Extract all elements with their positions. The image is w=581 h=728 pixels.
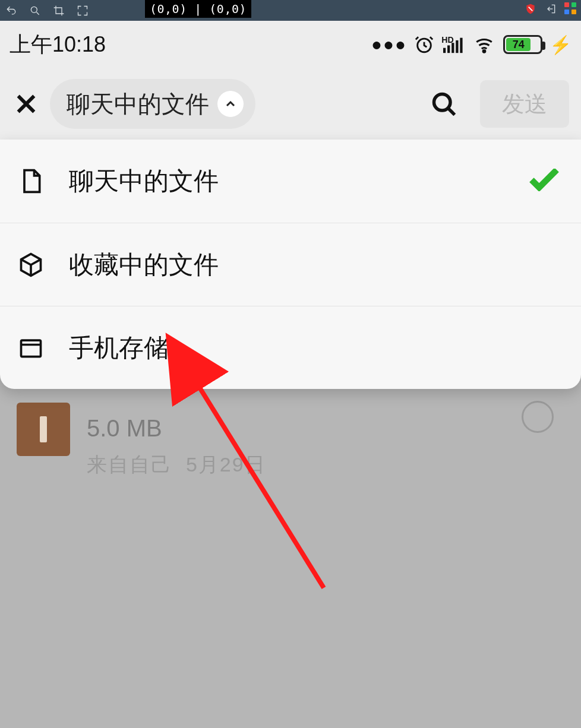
file-source-line: 来自自己 5月29日 [87, 451, 266, 479]
file-source-prefix: 来自自己 [87, 453, 172, 476]
toolbar-right-group [524, 2, 577, 15]
file-size: 5.0 MB [87, 415, 266, 442]
select-radio[interactable] [522, 401, 554, 433]
exit-icon[interactable] [544, 2, 557, 15]
folder-icon [17, 334, 45, 362]
app-header: 聊天中的文件 发送 [0, 68, 581, 140]
dropdown-item-label: 聊天中的文件 [69, 164, 219, 198]
source-dropdown-panel: 聊天中的文件 收藏中的文件 手机存储 [0, 140, 581, 389]
svg-rect-10 [21, 340, 41, 357]
status-time: 上午10:18 [10, 30, 106, 59]
file-date: 5月29日 [186, 453, 266, 476]
undo-icon[interactable] [5, 4, 18, 17]
search-button[interactable] [428, 88, 460, 120]
apps-grid-icon[interactable] [564, 2, 577, 15]
svg-rect-4 [447, 45, 450, 53]
svg-point-9 [434, 94, 451, 111]
svg-rect-7 [460, 38, 462, 53]
status-right: ●●● HD 74 ⚡ [371, 34, 571, 55]
dropdown-item-favorite-files[interactable]: 收藏中的文件 [0, 223, 581, 306]
send-button[interactable]: 发送 [480, 80, 569, 128]
dropdown-item-label: 手机存储 [69, 331, 169, 365]
svg-point-0 [31, 7, 37, 12]
crop-icon[interactable] [52, 4, 65, 17]
charging-icon: ⚡ [550, 34, 571, 55]
file-archive-icon [17, 403, 70, 456]
source-dropdown[interactable]: 聊天中的文件 [50, 79, 255, 129]
dropdown-item-chat-files[interactable]: 聊天中的文件 [0, 140, 581, 223]
alarm-icon [414, 34, 434, 55]
coordinates-readout: (0,0) | (0,0) [145, 0, 251, 18]
source-dropdown-label: 聊天中的文件 [67, 88, 209, 121]
chevron-up-icon [217, 91, 244, 117]
dropdown-item-label: 收藏中的文件 [69, 248, 219, 281]
cube-icon [17, 251, 45, 279]
svg-rect-3 [443, 48, 446, 53]
check-icon [529, 169, 560, 194]
fullscreen-icon[interactable] [76, 4, 89, 17]
toolbar-left-group [0, 4, 89, 17]
battery-indicator: 74 [503, 35, 542, 54]
status-bar: 上午10:18 ●●● HD 74 ⚡ [0, 21, 581, 68]
signal-hd-icon: HD [441, 34, 465, 55]
file-meta: 5.0 MB 来自自己 5月29日 [87, 415, 266, 479]
file-icon [17, 167, 45, 195]
phone-screen: 上午10:18 ●●● HD 74 ⚡ 聊天中的文件 发送 [0, 21, 581, 728]
send-button-label: 发送 [502, 89, 547, 119]
zoom-icon[interactable] [29, 4, 42, 17]
svg-rect-5 [451, 43, 454, 53]
svg-point-8 [483, 50, 485, 52]
battery-percent: 74 [513, 39, 525, 51]
wifi-icon [472, 34, 496, 55]
shield-icon[interactable] [524, 2, 537, 15]
dropdown-item-phone-storage[interactable]: 手机存储 [0, 306, 581, 389]
svg-rect-6 [456, 40, 458, 53]
close-button[interactable] [12, 90, 40, 118]
more-icon: ●●● [371, 34, 407, 55]
emulator-toolbar: (0,0) | (0,0) [0, 0, 581, 21]
file-row[interactable]: 5.0 MB 来自自己 5月29日 [0, 413, 581, 493]
